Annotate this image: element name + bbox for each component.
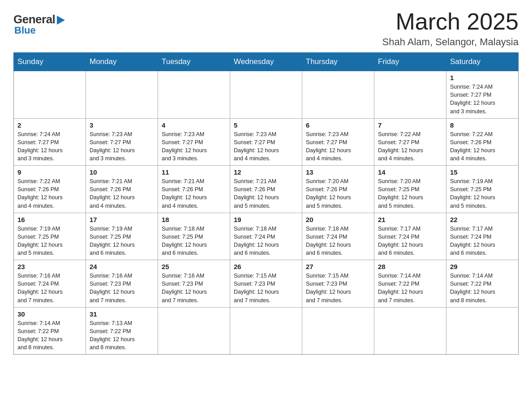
day-number: 9	[17, 168, 82, 176]
day-info: Sunrise: 7:14 AMSunset: 7:22 PMDaylight:…	[450, 272, 515, 304]
calendar-cell: 2Sunrise: 7:24 AMSunset: 7:27 PMDaylight…	[14, 118, 86, 166]
calendar-table: SundayMondayTuesdayWednesdayThursdayFrid…	[13, 52, 519, 355]
day-number: 31	[90, 310, 154, 318]
calendar-week-row: 23Sunrise: 7:16 AMSunset: 7:24 PMDayligh…	[14, 260, 519, 308]
calendar-cell: 25Sunrise: 7:16 AMSunset: 7:23 PMDayligh…	[158, 260, 230, 308]
day-info: Sunrise: 7:15 AMSunset: 7:23 PMDaylight:…	[306, 272, 370, 304]
calendar-cell: 18Sunrise: 7:18 AMSunset: 7:25 PMDayligh…	[158, 213, 230, 260]
day-number: 18	[162, 216, 226, 223]
day-info: Sunrise: 7:23 AMSunset: 7:27 PMDaylight:…	[90, 130, 154, 163]
calendar-cell	[14, 71, 86, 119]
day-number: 23	[17, 263, 82, 270]
calendar-cell: 4Sunrise: 7:23 AMSunset: 7:27 PMDaylight…	[158, 118, 230, 166]
calendar-cell: 23Sunrise: 7:16 AMSunset: 7:24 PMDayligh…	[14, 260, 86, 308]
logo-triangle-icon	[57, 16, 65, 25]
day-info: Sunrise: 7:21 AMSunset: 7:26 PMDaylight:…	[162, 177, 226, 210]
day-number: 22	[450, 216, 515, 223]
day-number: 27	[306, 263, 370, 270]
calendar-title: March 2025	[382, 9, 519, 34]
day-number: 24	[90, 263, 154, 270]
logo: General Blue	[13, 13, 65, 36]
day-number: 4	[162, 121, 226, 129]
day-info: Sunrise: 7:14 AMSunset: 7:22 PMDaylight:…	[17, 319, 82, 352]
calendar-cell: 7Sunrise: 7:22 AMSunset: 7:27 PMDaylight…	[374, 118, 446, 166]
day-info: Sunrise: 7:14 AMSunset: 7:22 PMDaylight:…	[378, 272, 442, 304]
day-info: Sunrise: 7:17 AMSunset: 7:24 PMDaylight:…	[450, 225, 515, 257]
day-number: 12	[234, 168, 298, 176]
calendar-cell: 22Sunrise: 7:17 AMSunset: 7:24 PMDayligh…	[446, 213, 519, 260]
day-info: Sunrise: 7:16 AMSunset: 7:24 PMDaylight:…	[17, 272, 82, 304]
calendar-cell: 9Sunrise: 7:22 AMSunset: 7:26 PMDaylight…	[14, 166, 86, 213]
weekday-header-monday: Monday	[86, 53, 158, 71]
day-info: Sunrise: 7:16 AMSunset: 7:23 PMDaylight:…	[162, 272, 226, 304]
weekday-header-wednesday: Wednesday	[230, 53, 302, 71]
day-info: Sunrise: 7:20 AMSunset: 7:25 PMDaylight:…	[378, 177, 442, 210]
day-number: 30	[17, 310, 82, 318]
calendar-cell	[374, 307, 446, 355]
day-number: 21	[378, 216, 442, 223]
day-number: 15	[450, 168, 515, 176]
day-info: Sunrise: 7:22 AMSunset: 7:27 PMDaylight:…	[378, 130, 442, 163]
day-info: Sunrise: 7:13 AMSunset: 7:22 PMDaylight:…	[90, 319, 154, 352]
calendar-cell: 14Sunrise: 7:20 AMSunset: 7:25 PMDayligh…	[374, 166, 446, 213]
calendar-cell: 21Sunrise: 7:17 AMSunset: 7:24 PMDayligh…	[374, 213, 446, 260]
day-info: Sunrise: 7:23 AMSunset: 7:27 PMDaylight:…	[162, 130, 226, 163]
day-info: Sunrise: 7:22 AMSunset: 7:26 PMDaylight:…	[17, 177, 82, 210]
weekday-header-saturday: Saturday	[446, 53, 519, 71]
weekday-header-friday: Friday	[374, 53, 446, 71]
calendar-cell	[230, 71, 302, 119]
day-number: 7	[378, 121, 442, 129]
day-number: 3	[90, 121, 154, 129]
logo-blue-text: Blue	[14, 25, 36, 36]
calendar-cell: 12Sunrise: 7:21 AMSunset: 7:26 PMDayligh…	[230, 166, 302, 213]
calendar-cell	[446, 307, 519, 355]
calendar-cell: 27Sunrise: 7:15 AMSunset: 7:23 PMDayligh…	[302, 260, 374, 308]
calendar-cell	[302, 71, 374, 119]
day-number: 10	[90, 168, 154, 176]
calendar-cell: 30Sunrise: 7:14 AMSunset: 7:22 PMDayligh…	[14, 307, 86, 355]
calendar-cell: 1Sunrise: 7:24 AMSunset: 7:27 PMDaylight…	[446, 71, 519, 119]
calendar-cell	[158, 71, 230, 119]
weekday-header-thursday: Thursday	[302, 53, 374, 71]
calendar-week-row: 9Sunrise: 7:22 AMSunset: 7:26 PMDaylight…	[14, 166, 519, 213]
day-info: Sunrise: 7:21 AMSunset: 7:26 PMDaylight:…	[234, 177, 298, 210]
page-header: General Blue March 2025 Shah Alam, Selan…	[13, 9, 519, 48]
calendar-week-row: 2Sunrise: 7:24 AMSunset: 7:27 PMDaylight…	[14, 118, 519, 166]
calendar-cell: 20Sunrise: 7:18 AMSunset: 7:24 PMDayligh…	[302, 213, 374, 260]
calendar-week-row: 30Sunrise: 7:14 AMSunset: 7:22 PMDayligh…	[14, 307, 519, 355]
day-info: Sunrise: 7:24 AMSunset: 7:27 PMDaylight:…	[17, 130, 82, 163]
day-info: Sunrise: 7:23 AMSunset: 7:27 PMDaylight:…	[306, 130, 370, 163]
day-info: Sunrise: 7:15 AMSunset: 7:23 PMDaylight:…	[234, 272, 298, 304]
day-number: 13	[306, 168, 370, 176]
day-info: Sunrise: 7:23 AMSunset: 7:27 PMDaylight:…	[234, 130, 298, 163]
calendar-cell: 24Sunrise: 7:16 AMSunset: 7:23 PMDayligh…	[86, 260, 158, 308]
weekday-header-sunday: Sunday	[14, 53, 86, 71]
day-number: 28	[378, 263, 442, 270]
day-number: 29	[450, 263, 515, 270]
day-number: 14	[378, 168, 442, 176]
calendar-cell: 28Sunrise: 7:14 AMSunset: 7:22 PMDayligh…	[374, 260, 446, 308]
day-info: Sunrise: 7:21 AMSunset: 7:26 PMDaylight:…	[90, 177, 154, 210]
calendar-cell: 15Sunrise: 7:19 AMSunset: 7:25 PMDayligh…	[446, 166, 519, 213]
day-info: Sunrise: 7:16 AMSunset: 7:23 PMDaylight:…	[90, 272, 154, 304]
day-number: 11	[162, 168, 226, 176]
day-number: 26	[234, 263, 298, 270]
calendar-cell: 29Sunrise: 7:14 AMSunset: 7:22 PMDayligh…	[446, 260, 519, 308]
calendar-cell	[374, 71, 446, 119]
calendar-cell: 10Sunrise: 7:21 AMSunset: 7:26 PMDayligh…	[86, 166, 158, 213]
day-number: 5	[234, 121, 298, 129]
day-number: 1	[450, 74, 515, 81]
day-info: Sunrise: 7:20 AMSunset: 7:26 PMDaylight:…	[306, 177, 370, 210]
calendar-cell: 6Sunrise: 7:23 AMSunset: 7:27 PMDaylight…	[302, 118, 374, 166]
day-number: 6	[306, 121, 370, 129]
calendar-cell: 5Sunrise: 7:23 AMSunset: 7:27 PMDaylight…	[230, 118, 302, 166]
calendar-week-row: 16Sunrise: 7:19 AMSunset: 7:25 PMDayligh…	[14, 213, 519, 260]
calendar-cell: 13Sunrise: 7:20 AMSunset: 7:26 PMDayligh…	[302, 166, 374, 213]
day-info: Sunrise: 7:24 AMSunset: 7:27 PMDaylight:…	[450, 83, 515, 116]
calendar-cell: 11Sunrise: 7:21 AMSunset: 7:26 PMDayligh…	[158, 166, 230, 213]
day-info: Sunrise: 7:18 AMSunset: 7:25 PMDaylight:…	[162, 225, 226, 257]
calendar-cell: 17Sunrise: 7:19 AMSunset: 7:25 PMDayligh…	[86, 213, 158, 260]
day-info: Sunrise: 7:19 AMSunset: 7:25 PMDaylight:…	[450, 177, 515, 210]
calendar-cell	[86, 71, 158, 119]
calendar-cell	[302, 307, 374, 355]
